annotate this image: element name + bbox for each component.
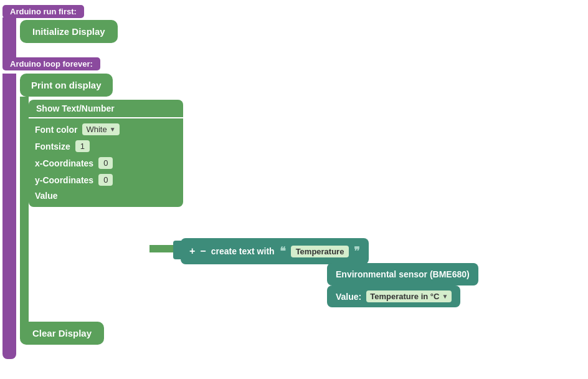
x-coord-input[interactable]: 0	[98, 157, 113, 169]
loop-bottom-cap	[2, 347, 16, 359]
env-sensor-label: Environmental sensor (BME680)	[336, 269, 470, 279]
plus-button[interactable]: +	[189, 246, 195, 257]
value-label: Value	[35, 191, 58, 201]
value-row: Value	[35, 191, 177, 201]
font-color-label: Font color	[35, 125, 77, 135]
font-color-arrow-icon: ▼	[110, 126, 116, 133]
fontsize-row: Fontsize 1	[35, 140, 177, 152]
fontsize-label: Fontsize	[35, 142, 70, 151]
temperature-string-block[interactable]: Temperature	[291, 246, 349, 257]
print-connector	[20, 97, 29, 340]
y-coord-input[interactable]: 0	[98, 174, 113, 186]
fontsize-input[interactable]: 1	[75, 140, 90, 152]
font-color-row: Font color White ▼	[35, 123, 177, 135]
initialize-display-block[interactable]: Initialize Display	[20, 20, 118, 43]
font-color-dropdown[interactable]: White ▼	[82, 123, 119, 135]
env-sensor-block[interactable]: Environmental sensor (BME680)	[327, 263, 478, 285]
arduino-loop-label: Arduino loop forever:	[2, 57, 100, 70]
show-text-header: Show Text/Number	[29, 100, 183, 117]
y-coord-label: y-Coordinates	[35, 175, 93, 185]
workspace: Arduino run first: Initialize Display Ar…	[0, 0, 588, 379]
right-quote-icon: ❞	[354, 244, 360, 258]
show-text-block: Font color White ▼ Fontsize 1 x-Coordina…	[29, 118, 183, 207]
value-dropdown[interactable]: Temperature in °C ▼	[366, 290, 452, 302]
y-coord-row: y-Coordinates 0	[35, 174, 177, 186]
arduino-run-first-label: Arduino run first:	[2, 5, 84, 18]
x-coord-row: x-Coordinates 0	[35, 157, 177, 169]
loop-connector	[2, 74, 16, 354]
value-dropdown-label: Value:	[336, 292, 361, 302]
print-on-display-block[interactable]: Print on display	[20, 74, 113, 97]
run-first-connector	[2, 17, 16, 62]
value-dropdown-arrow-icon: ▼	[442, 293, 448, 300]
value-dropdown-block[interactable]: Value: Temperature in °C ▼	[327, 285, 460, 307]
minus-button[interactable]: −	[200, 246, 206, 257]
left-quote-icon: ❝	[280, 244, 286, 258]
create-text-label: create text with	[211, 246, 275, 256]
create-text-block[interactable]: + − create text with ❝ Temperature ❞	[181, 238, 369, 264]
clear-display-block[interactable]: Clear Display	[20, 322, 104, 345]
x-coord-label: x-Coordinates	[35, 158, 93, 168]
